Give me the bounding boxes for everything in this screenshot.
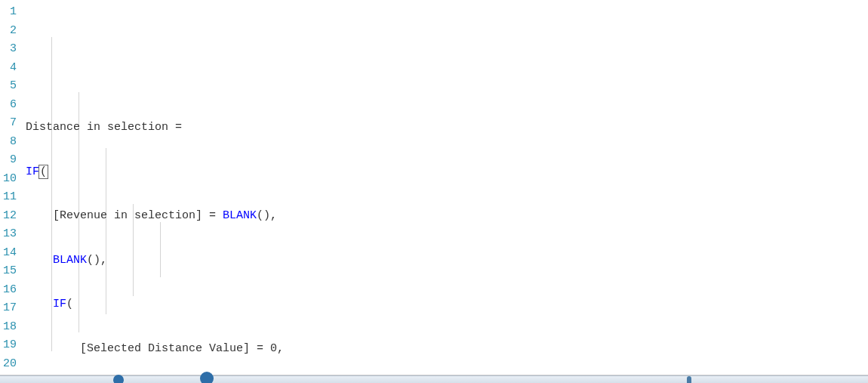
code-area[interactable]: Distance in selection = IF( [Revenue in … <box>21 0 868 375</box>
line-number: 11 <box>0 188 21 207</box>
line-number: 6 <box>0 96 21 115</box>
line-number: 10 <box>0 170 21 189</box>
line-number: 3 <box>0 40 21 59</box>
line-number-gutter: 1 2 3 4 5 6 7 8 9 10 11 12 13 14 15 16 1… <box>0 0 21 375</box>
line-number: 13 <box>0 225 21 244</box>
line-number: 15 <box>0 262 21 281</box>
line-number: 19 <box>0 336 21 355</box>
footer-strip <box>0 375 868 383</box>
line-number: 16 <box>0 281 21 300</box>
code-line[interactable]: BLANK(), <box>26 252 868 270</box>
code-line[interactable]: IF( <box>26 163 868 182</box>
line-number: 12 <box>0 207 21 226</box>
line-number: 7 <box>0 114 21 133</box>
code-line[interactable]: IF( <box>26 295 868 314</box>
line-number: 18 <box>0 318 21 337</box>
line-number: 9 <box>0 151 21 170</box>
line-number: 4 <box>0 59 21 78</box>
line-number: 14 <box>0 244 21 263</box>
line-number: 8 <box>0 133 21 152</box>
line-number: 17 <box>0 299 21 318</box>
code-line[interactable]: [Revenue in selection] = BLANK(), <box>26 207 868 226</box>
line-number: 20 <box>0 355 21 374</box>
code-line[interactable]: Distance in selection = <box>26 119 868 137</box>
code-editor[interactable]: 1 2 3 4 5 6 7 8 9 10 11 12 13 14 15 16 1… <box>0 0 868 375</box>
code-line[interactable]: [Selected Distance Value] = 0, <box>26 340 868 359</box>
line-number: 5 <box>0 77 21 96</box>
line-number: 2 <box>0 22 21 41</box>
line-number: 1 <box>0 3 21 22</box>
